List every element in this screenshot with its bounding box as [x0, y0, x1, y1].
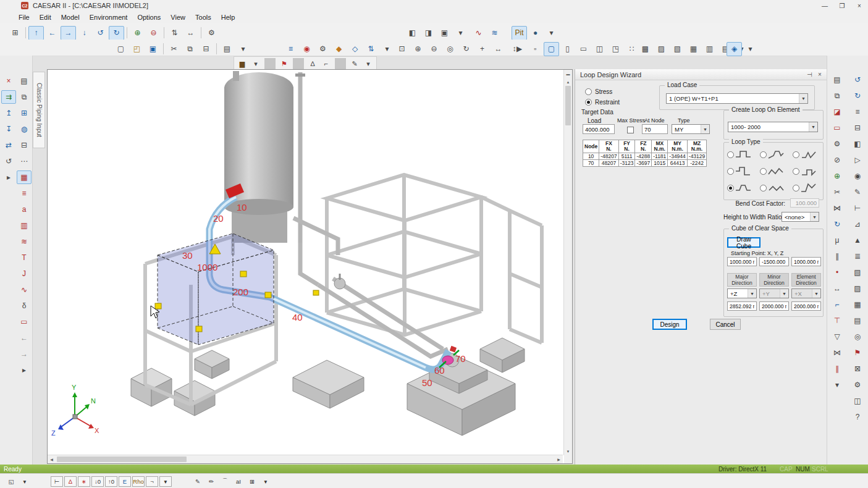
- block-range-icon[interactable]: ⊞: [17, 106, 32, 120]
- hangers-icon[interactable]: T: [17, 251, 32, 264]
- layout-dropdown-icon[interactable]: ▾: [453, 26, 468, 40]
- max-stress-checkbox[interactable]: [627, 127, 634, 133]
- legend-icon[interactable]: ▦: [850, 298, 865, 311]
- swap-ends-icon[interactable]: ⇄: [1, 138, 16, 152]
- elastic-modulus-icon[interactable]: E: [119, 476, 131, 487]
- displacements-icon[interactable]: ≡: [17, 187, 32, 200]
- pit-icon[interactable]: Pit: [512, 26, 527, 40]
- menu-item[interactable]: View: [166, 11, 190, 23]
- bom-icon[interactable]: ▤: [850, 314, 865, 327]
- pin-icon[interactable]: ⊤: [805, 70, 814, 80]
- forces-icon[interactable]: a: [17, 203, 32, 216]
- node-decrement-icon[interactable]: ↓0: [91, 476, 104, 487]
- node-increment-icon[interactable]: ↑0: [105, 476, 117, 487]
- merge-nodes-icon[interactable]: ⋈: [830, 201, 845, 215]
- node-tee-icon[interactable]: ⊢: [51, 476, 63, 487]
- nav-last-icon[interactable]: ↧: [1, 122, 16, 136]
- type-dropdown[interactable]: MY▼: [672, 124, 710, 134]
- rotate-cw-icon[interactable]: ↻: [109, 26, 124, 40]
- node-star-icon[interactable]: ∗: [78, 476, 90, 487]
- node-delta-icon[interactable]: ∆: [64, 476, 77, 487]
- delete-element-icon[interactable]: ⊖: [146, 26, 161, 40]
- coordinate-readout-icon[interactable]: ▆: [235, 57, 249, 70]
- zoom-out-icon[interactable]: ⊖: [426, 42, 442, 56]
- scrollbar-split-button[interactable]: ▬: [564, 70, 572, 78]
- list-notes-icon[interactable]: ≡: [850, 105, 865, 119]
- window-list-dropdown-icon[interactable]: ▾: [19, 476, 31, 487]
- error-check-icon[interactable]: ◉: [299, 42, 314, 56]
- print-icon[interactable]: ▤: [219, 42, 235, 56]
- 3d-model-canvas[interactable]: 10 20 30 1000 200 40 50 60 70 Y N X Z: [48, 70, 562, 453]
- window-list-icon[interactable]: ◱: [5, 476, 17, 487]
- cancel-button[interactable]: Cancel: [710, 319, 741, 330]
- lock-view-icon[interactable]: ⊠: [850, 362, 865, 376]
- element-direction-dropdown[interactable]: +X▼: [791, 288, 821, 298]
- view-down-icon[interactable]: ↓: [77, 26, 92, 40]
- annotation-icon[interactable]: ✎: [850, 185, 865, 199]
- zoom-in-icon[interactable]: ⊕: [410, 42, 426, 56]
- parallel-lines-icon[interactable]: ∥: [830, 250, 845, 263]
- horizontal-scroll-thumb[interactable]: [57, 456, 187, 462]
- table-row[interactable]: 7048207-3123-3697 101564413-2242: [583, 160, 707, 167]
- scroll-right-arrow[interactable]: ▶: [555, 455, 563, 463]
- loop-type-option-4[interactable]: [760, 166, 784, 176]
- flyout-more-icon[interactable]: ▸: [17, 363, 32, 377]
- insert-box-icon[interactable]: ⊞: [246, 476, 258, 487]
- loop-type-option-0[interactable]: [727, 149, 751, 159]
- reset-icon[interactable]: ¬: [146, 476, 158, 487]
- pan-icon[interactable]: +: [474, 42, 490, 56]
- archive-icon[interactable]: ⊟: [850, 121, 865, 135]
- menu-item[interactable]: Tools: [190, 11, 216, 23]
- dialog-title-bar[interactable]: Loop Design Wizard: [575, 69, 827, 80]
- pane-right-icon[interactable]: ◨: [421, 26, 436, 40]
- node-dot-icon[interactable]: •: [830, 266, 845, 279]
- rotate-model-icon[interactable]: ↻: [830, 217, 845, 231]
- rotate-ccw-icon[interactable]: ↺: [93, 26, 108, 40]
- minimize-button[interactable]: —: [816, 0, 833, 11]
- select-arrow-icon[interactable]: ▶: [512, 42, 527, 56]
- undo-icon[interactable]: ↺: [850, 73, 865, 86]
- list-input-icon[interactable]: ≡: [283, 42, 298, 56]
- save-icon[interactable]: ▣: [145, 42, 161, 56]
- background-icon[interactable]: ▨: [850, 282, 865, 295]
- spreadsheet-icon[interactable]: ▤: [17, 74, 32, 88]
- minor-direction-dropdown[interactable]: +Y▼: [759, 288, 789, 298]
- cut-icon[interactable]: ✂: [166, 42, 182, 56]
- tee-icon[interactable]: ⊤: [830, 314, 845, 327]
- more-tools-icon[interactable]: ▾: [830, 378, 845, 392]
- menu-item[interactable]: Environment: [85, 11, 133, 23]
- abort-icon[interactable]: ×: [1, 74, 16, 88]
- continuation-icon[interactable]: ⋯: [17, 154, 32, 168]
- paste-icon[interactable]: ⊟: [198, 42, 214, 56]
- render-shaded-icon[interactable]: ▩: [638, 42, 653, 56]
- menu-item[interactable]: Options: [132, 11, 166, 23]
- view-right-icon[interactable]: →: [61, 26, 76, 40]
- render-hidden-icon[interactable]: ▨: [654, 42, 669, 56]
- loop-type-option-2[interactable]: [793, 149, 817, 159]
- bend-cost-factor-input[interactable]: [790, 198, 819, 208]
- dialog-close-icon[interactable]: ×: [815, 70, 825, 79]
- axes-icon[interactable]: ⊿: [850, 217, 865, 231]
- find-node-icon[interactable]: ◎: [850, 330, 865, 343]
- 3d-box-icon[interactable]: ◧: [850, 137, 865, 151]
- report-icon[interactable]: ⧉: [830, 89, 845, 103]
- nozzles-icon[interactable]: ∿: [17, 283, 32, 297]
- insert-element-icon[interactable]: ⊕: [130, 26, 145, 40]
- flange-checks-icon[interactable]: J: [17, 267, 32, 280]
- text-annotate-icon[interactable]: aI: [232, 476, 245, 487]
- render-translucent-icon[interactable]: ▦: [686, 42, 701, 56]
- north-arrow-icon[interactable]: ▲: [850, 233, 865, 247]
- render-silhouette-icon[interactable]: ▥: [702, 42, 717, 56]
- viewport-horizontal-scrollbar[interactable]: ◀ ▶: [48, 455, 563, 463]
- loop-type-option-1[interactable]: [760, 149, 784, 159]
- classic-piping-input-tab[interactable]: Classic Piping Input: [33, 72, 45, 148]
- copy-icon[interactable]: ⧉: [182, 42, 198, 56]
- restraint-radio[interactable]: Restraint: [585, 99, 620, 106]
- compass-dropdown-icon[interactable]: ▾: [743, 42, 758, 56]
- loop-type-option-7[interactable]: [760, 183, 784, 193]
- global-coords-icon[interactable]: ◍: [17, 122, 32, 136]
- nav-forward-icon[interactable]: →: [17, 347, 32, 361]
- node-grid-icon[interactable]: ⊞: [7, 26, 23, 40]
- layers-icon[interactable]: ▧: [850, 266, 865, 279]
- orbit-rotate-icon[interactable]: ↻: [458, 42, 474, 56]
